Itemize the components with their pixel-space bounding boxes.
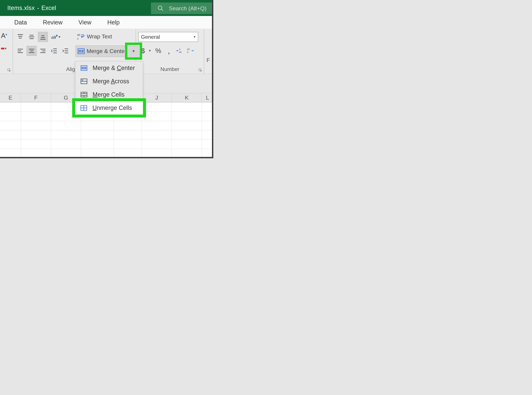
search-box[interactable]: Search (Alt+Q) (151, 2, 213, 14)
merge-center-label: Merge & Center (87, 48, 126, 54)
column-header-k[interactable]: K (172, 93, 202, 102)
align-top-button[interactable] (15, 32, 25, 42)
tab-review[interactable]: Review (38, 16, 67, 29)
tab-help[interactable]: Help (103, 16, 124, 29)
merge-center-icon (80, 64, 88, 72)
ribbon-group-partial-right: F (204, 29, 213, 74)
svg-text:ab: ab (77, 33, 80, 36)
comma-format-button[interactable]: , (164, 46, 174, 55)
number-group-label: Number (138, 65, 202, 72)
menu-label: Merge & Center (93, 65, 135, 71)
decrease-decimal-button[interactable]: .00.0 (185, 46, 195, 55)
document-filename: Items.xlsx (0, 5, 35, 11)
increase-indent-button[interactable] (60, 46, 71, 56)
font-size-letter-icon: A (1, 32, 5, 39)
merge-center-button[interactable]: Merge & Center (76, 45, 127, 57)
svg-text:.0: .0 (186, 51, 188, 53)
ribbon-group-font-partial: A ▾ ▾ (0, 29, 13, 74)
merge-center-icon (77, 47, 85, 55)
menu-label: Merge Across (93, 78, 129, 85)
partial-group-label: F (207, 57, 211, 63)
ribbon-group-number: General ▾ $ ▾ % , .0.00 .00.0 Number (136, 29, 204, 74)
column-header-f[interactable]: F (21, 93, 51, 102)
dialog-launcher-icon[interactable] (198, 68, 203, 72)
unmerge-cells-icon (80, 104, 88, 112)
search-placeholder: Search (Alt+Q) (169, 5, 207, 12)
tab-view[interactable]: View (74, 16, 96, 29)
menu-label: Merge Cells (93, 91, 125, 98)
column-header-e[interactable]: E (0, 93, 21, 102)
increase-decimal-button[interactable]: .0.00 (175, 46, 184, 55)
ribbon-tabs: Data Review View Help (0, 16, 213, 29)
number-format-value: General (141, 34, 160, 40)
wrap-text-icon: abc (77, 33, 84, 40)
chevron-down-icon: ▾ (132, 49, 135, 54)
merge-cells-icon (80, 91, 88, 99)
chevron-down-icon[interactable]: ▾ (149, 49, 151, 53)
title-divider: - (35, 5, 41, 11)
chevron-down-icon: ▾ (194, 35, 196, 39)
column-header-l[interactable]: L (202, 93, 213, 102)
orientation-button[interactable]: ab ▾ (49, 32, 61, 42)
menu-label: Unmerge Cells (93, 104, 132, 111)
wrap-text-button[interactable]: abc Wrap Text (76, 32, 140, 41)
chevron-down-icon: ▾ (5, 33, 7, 37)
align-center-button[interactable] (27, 46, 37, 56)
align-left-button[interactable] (15, 46, 25, 56)
svg-line-1 (161, 9, 163, 11)
dialog-launcher-icon[interactable] (7, 68, 11, 72)
align-middle-button[interactable] (27, 32, 37, 42)
menu-merge-across[interactable]: Merge Across (75, 75, 143, 88)
search-icon (157, 5, 164, 12)
title-bar: Items.xlsx - Excel Search (Alt+Q) (0, 0, 213, 16)
menu-merge-cells[interactable]: Merge Cells (75, 88, 143, 101)
align-right-button[interactable] (38, 46, 48, 56)
menu-unmerge-cells[interactable]: Unmerge Cells (75, 101, 143, 115)
decrease-indent-button[interactable] (49, 46, 59, 56)
svg-text:.00: .00 (179, 51, 181, 53)
chevron-down-icon: ▾ (59, 35, 60, 39)
menu-merge-center[interactable]: Merge & Center (75, 61, 143, 75)
svg-text:c: c (77, 37, 79, 40)
merge-dropdown-menu: Merge & Center Merge Across Merge Cells … (75, 61, 143, 115)
wrap-text-label: Wrap Text (87, 33, 112, 40)
merge-across-icon (80, 77, 88, 85)
chevron-down-icon: ▾ (5, 46, 6, 51)
app-name: Excel (41, 5, 56, 11)
svg-point-0 (158, 6, 162, 10)
number-format-select[interactable]: General ▾ (138, 32, 198, 42)
accounting-format-button[interactable]: $ (138, 46, 148, 55)
font-color-button[interactable]: ▾ (1, 46, 6, 51)
svg-text:.00: .00 (186, 48, 190, 50)
align-bottom-button[interactable] (38, 32, 48, 42)
tab-data[interactable]: Data (10, 16, 32, 29)
column-header-j[interactable]: J (142, 93, 172, 102)
svg-text:.0: .0 (179, 48, 180, 50)
percent-format-button[interactable]: % (154, 46, 163, 55)
